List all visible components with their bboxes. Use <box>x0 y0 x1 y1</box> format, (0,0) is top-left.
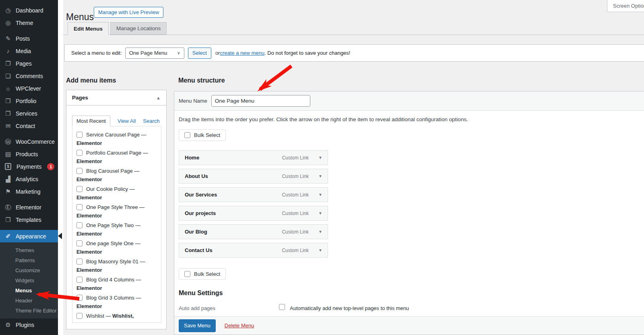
page-checklist-item[interactable]: Blog Grid 4 Columns — Elementor <box>76 275 157 292</box>
page-checkbox[interactable] <box>76 186 83 192</box>
or-text: or <box>215 50 220 56</box>
submenu-item-customize[interactable]: Customize <box>0 265 58 275</box>
menu-settings-heading: Menu Settings <box>179 290 223 297</box>
page-checkbox[interactable] <box>76 222 83 228</box>
page-checklist-item[interactable]: One Page Style Two — Elementor <box>76 221 157 238</box>
page-checkbox[interactable] <box>76 150 83 156</box>
select-button[interactable]: Select <box>188 48 211 59</box>
collapse-arrow-icon[interactable]: ▲ <box>156 95 161 100</box>
pages-accordion-header[interactable]: Pages ▲ <box>66 90 166 105</box>
sidebar-item-marketing[interactable]: ⚑ Marketing <box>0 185 58 198</box>
elementor-icon: Ⓔ <box>4 204 12 210</box>
menu-item-home[interactable]: Home Custom Link ▼ <box>179 150 328 165</box>
page-checklist-item[interactable]: Blog Masonry Style 01 — Elementor <box>76 257 157 274</box>
tab-search[interactable]: Search <box>143 118 159 124</box>
sidebar-item-label: Media <box>16 48 31 54</box>
page-checkbox[interactable] <box>76 240 83 246</box>
page-checkbox[interactable] <box>76 132 83 138</box>
sidebar-item-templates[interactable]: ❒ Templates <box>0 213 58 226</box>
page-checkbox[interactable] <box>76 168 83 174</box>
menu-name-input[interactable] <box>211 95 310 107</box>
item-expand-arrow-icon[interactable]: ▼ <box>318 230 322 234</box>
menu-item-title: Home <box>185 155 282 161</box>
plugins-icon: ⚙ <box>4 322 12 328</box>
item-expand-arrow-icon[interactable]: ▼ <box>318 174 322 178</box>
sidebar-item-payments[interactable]: $ Payments 1 <box>0 160 58 173</box>
page-checklist-item[interactable]: One Page Style Three — Elementor <box>76 203 157 220</box>
menu-structure-heading: Menu structure <box>178 77 225 84</box>
sidebar-item-media[interactable]: ♪ Media <box>0 45 58 57</box>
page-title-text: Our Cookie Policy — <box>86 186 135 192</box>
page-checklist-item[interactable]: Wishlist — Wishlist, Elementor <box>76 312 157 323</box>
save-changes-note: . Do not forget to save your changes! <box>264 50 350 56</box>
menu-item-about-us[interactable]: About Us Custom Link ▼ <box>179 169 328 184</box>
tab-view-all[interactable]: View All <box>118 118 136 124</box>
page-checklist-item[interactable]: Service Carousel Page — Elementor <box>76 130 157 147</box>
page-checkbox[interactable] <box>76 258 83 265</box>
submenu-item-themes[interactable]: Themes <box>0 245 58 255</box>
page-checkbox[interactable] <box>76 277 83 283</box>
page-checklist-item[interactable]: One page Style One — Elementor <box>76 239 157 256</box>
sidebar-item-services[interactable]: ❒ Services <box>0 107 58 120</box>
bulk-select-checkbox[interactable] <box>184 132 190 138</box>
sidebar-item-products[interactable]: ▤ Products <box>0 148 58 160</box>
submenu-item-theme-file-editor[interactable]: Theme File Editor <box>0 306 58 316</box>
page-checklist-item[interactable]: Blog Grid 3 Columns — Elementor <box>76 294 157 310</box>
bulk-select-checkbox[interactable] <box>184 271 190 277</box>
submenu-item-patterns[interactable]: Patterns <box>0 255 58 265</box>
item-expand-arrow-icon[interactable]: ▼ <box>318 211 322 215</box>
tab-most-recent[interactable]: Most Recent <box>72 116 110 126</box>
create-new-menu-link[interactable]: create a new menu <box>220 50 264 56</box>
page-checklist-item[interactable]: Blog Carousel Page — Elementor <box>76 167 157 184</box>
item-expand-arrow-icon[interactable]: ▼ <box>318 248 322 252</box>
page-checkbox[interactable] <box>76 313 83 319</box>
page-checkbox[interactable] <box>76 295 83 301</box>
page-status-text: Elementor <box>76 158 102 164</box>
menu-item-our-services[interactable]: Our Services Custom Link ▼ <box>179 187 328 202</box>
page-checklist-item[interactable]: Our Cookie Policy — Elementor <box>76 185 157 202</box>
item-expand-arrow-icon[interactable]: ▼ <box>318 155 322 160</box>
sidebar-item-comments[interactable]: ❏ Comments <box>0 70 58 82</box>
page-title-text: Blog Grid 4 Columns — <box>86 277 141 283</box>
screen-options-button[interactable]: Screen Options <box>607 0 644 12</box>
page-checklist-item[interactable]: Portfolio Carousel Page — Elementor <box>76 149 157 165</box>
sidebar-item-portfolio[interactable]: ❒ Portfolio <box>0 95 58 107</box>
sidebar-item-posts[interactable]: ✎ Posts <box>0 32 58 45</box>
menu-item-our-blog[interactable]: Our Blog Custom Link ▼ <box>179 224 328 239</box>
save-menu-button[interactable]: Save Menu <box>179 319 216 332</box>
menu-item-contact-us[interactable]: Contact Us Custom Link ▼ <box>179 243 328 258</box>
tab-edit-menus[interactable]: Edit Menus <box>68 22 109 35</box>
menu-item-our-projects[interactable]: Our projects Custom Link ▼ <box>179 206 328 221</box>
bulk-select-toggle-bottom[interactable]: Bulk Select <box>179 268 226 280</box>
sidebar-item-label: Marketing <box>16 188 40 195</box>
menu-item-title: Contact Us <box>185 247 282 253</box>
submenu-item-header[interactable]: Header <box>0 296 58 306</box>
sidebar-item-woocommerce[interactable]: Ⓦ WooCommerce <box>0 135 58 148</box>
bulk-select-toggle-top[interactable]: Bulk Select <box>179 129 226 141</box>
sidebar-item-label: Plugins <box>16 322 34 328</box>
sidebar-item-pages[interactable]: ❐ Pages <box>0 57 58 70</box>
sidebar-item-appearance[interactable]: ✐ Appearance <box>0 230 58 242</box>
page-checkbox[interactable] <box>76 204 83 210</box>
sidebar-item-analytics[interactable]: ▟ Analytics <box>0 173 58 185</box>
chevron-down-icon: ∨ <box>177 50 180 56</box>
templates-icon: ❒ <box>4 217 12 223</box>
submenu-item-menus[interactable]: Menus <box>0 285 58 296</box>
sidebar-item-elementor[interactable]: Ⓔ Elementor <box>0 201 58 213</box>
sidebar-item-contact[interactable]: ✉ Contact <box>0 120 58 132</box>
item-expand-arrow-icon[interactable]: ▼ <box>318 192 322 197</box>
menu-item-type: Custom Link <box>282 174 309 179</box>
delete-menu-link[interactable]: Delete Menu <box>225 323 254 329</box>
marketing-icon: ⚑ <box>4 188 12 194</box>
sidebar-item-plugins[interactable]: ⚙ Plugins <box>0 318 58 331</box>
sidebar-item-theme[interactable]: ◎ Theme <box>0 17 58 29</box>
menu-select-dropdown[interactable]: One Page Menu ∨ <box>125 48 184 59</box>
sidebar-item-dashboard[interactable]: ◷ Dashboard <box>0 4 58 17</box>
auto-add-checkbox[interactable] <box>279 304 285 310</box>
manage-live-preview-button[interactable]: Manage with Live Preview <box>94 7 163 18</box>
submenu-item-widgets[interactable]: Widgets <box>0 275 58 285</box>
tab-manage-locations[interactable]: Manage Locations <box>110 22 167 35</box>
sidebar-item-label: Contact <box>16 123 35 129</box>
sidebar-item-wpclever[interactable]: ☼ WPClever <box>0 82 58 95</box>
menu-item-title: Our Services <box>185 192 282 198</box>
